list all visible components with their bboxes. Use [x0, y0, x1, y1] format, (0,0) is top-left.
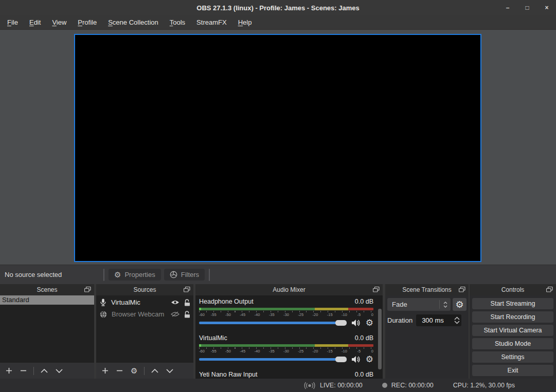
channel-name: Headphone Output — [199, 298, 254, 307]
menu-item[interactable]: File — [2, 15, 24, 30]
meter-scale: -60-55-50-45-40-35-30-25-20-15-10-50 — [199, 311, 373, 316]
sources-dock-title: Sources — [96, 286, 193, 293]
source-row[interactable]: VirtualMic — [96, 296, 193, 308]
mixer-dock-header: Audio Mixer — [195, 284, 383, 295]
status-bar: LIVE: 00:00:00 REC: 00:00:00 CPU: 1.2%, … — [0, 379, 556, 392]
window-title: OBS 27.1.3 (linux) - Profile: James - Sc… — [196, 4, 359, 12]
speaker-icon[interactable] — [351, 319, 361, 327]
audio-mixer-dock: Audio Mixer Headphone Output 0.0 dB -60-… — [195, 284, 383, 379]
spinner-arrows-icon[interactable] — [453, 316, 461, 324]
volume-meter — [199, 344, 373, 347]
close-button[interactable]: × — [543, 4, 551, 11]
cpu-fps-status: CPU: 1.2%, 30.00 fps — [453, 382, 515, 389]
popout-icon[interactable] — [373, 287, 380, 292]
sources-toolbar: ⚙ — [96, 363, 193, 379]
meter-tick-label: -30 — [283, 349, 289, 353]
live-status: LIVE: 00:00:00 — [320, 382, 363, 389]
popout-icon[interactable] — [459, 287, 465, 292]
filters-button[interactable]: Filters — [164, 269, 205, 281]
transition-select[interactable]: Fade — [387, 298, 451, 311]
scenes-toolbar — [0, 363, 94, 379]
preview-canvas[interactable] — [74, 34, 481, 262]
move-source-down-icon[interactable] — [166, 369, 173, 373]
menu-item[interactable]: Scene Collection — [102, 15, 164, 30]
add-source-icon[interactable] — [102, 367, 109, 374]
scenes-dock: Scenes Standard — [0, 284, 94, 379]
visible-eye-icon[interactable] — [171, 300, 180, 305]
source-status-text: No source selected — [0, 271, 101, 278]
meter-tick-label: -45 — [240, 312, 245, 317]
control-button[interactable]: Exit — [472, 365, 553, 376]
popout-icon[interactable] — [546, 287, 553, 292]
controls-dock-header: Controls — [470, 284, 556, 295]
volume-slider[interactable] — [199, 358, 347, 361]
volume-slider-handle[interactable] — [335, 320, 347, 326]
control-button[interactable]: Studio Mode — [472, 338, 553, 349]
move-scene-up-icon[interactable] — [41, 369, 48, 373]
volume-meter — [199, 308, 373, 310]
source-name: Browser Webcam — [112, 310, 166, 318]
toolbar-separator — [103, 269, 104, 281]
control-button[interactable]: Start Virtual Camera — [472, 325, 553, 336]
meter-tick-label: -10 — [342, 312, 347, 317]
scenes-list: Standard — [0, 295, 94, 363]
mixer-scrollbar[interactable] — [378, 309, 382, 369]
duration-value: 300 ms — [416, 316, 453, 324]
rec-status: REC: 00:00:00 — [391, 382, 434, 389]
controls-dock: Controls Start StreamingStart RecordingS… — [470, 284, 556, 379]
meter-tick-label: -60 — [199, 312, 205, 317]
transition-properties-button[interactable]: ⚙ — [453, 298, 467, 311]
speaker-icon[interactable] — [351, 356, 361, 363]
hidden-eye-slash-icon[interactable] — [171, 311, 180, 317]
transition-selected-value: Fade — [387, 301, 439, 308]
menu-item[interactable]: Edit — [24, 15, 46, 30]
popout-icon[interactable] — [184, 287, 190, 292]
volume-slider[interactable] — [199, 322, 347, 324]
control-button[interactable]: Start Streaming — [472, 298, 553, 309]
move-scene-down-icon[interactable] — [56, 369, 63, 373]
source-properties-gear-icon[interactable]: ⚙ — [131, 367, 137, 375]
menu-bar: File Edit View Profile Scene Collection … — [0, 15, 556, 30]
lock-open-icon[interactable] — [184, 311, 190, 318]
transitions-body: Fade ⚙ Duration 300 ms — [385, 295, 469, 379]
toolbar-separator — [144, 367, 145, 375]
move-source-up-icon[interactable] — [151, 369, 158, 373]
meter-tick-label: -25 — [298, 312, 303, 317]
broadcast-icon — [303, 382, 316, 389]
channel-gear-icon[interactable]: ⚙ — [366, 355, 373, 364]
remove-source-icon[interactable] — [116, 367, 123, 374]
source-row[interactable]: Browser Webcam — [96, 308, 193, 320]
menu-item[interactable]: StreamFX — [191, 15, 232, 30]
menu-item[interactable]: View — [46, 15, 72, 30]
chevron-up-down-icon — [439, 300, 451, 309]
meter-tick-label: 0 — [371, 312, 373, 317]
toolbar-separator — [33, 367, 34, 375]
duration-spinbox[interactable]: 300 ms — [416, 314, 461, 326]
minimize-button[interactable]: – — [504, 4, 512, 11]
maximize-button[interactable]: □ — [523, 4, 531, 11]
channel-level: 0.0 dB — [355, 371, 373, 379]
control-button[interactable]: Settings — [472, 351, 553, 363]
sources-list: VirtualMic Browser Webcam — [96, 295, 193, 363]
meter-tick-label: -10 — [342, 349, 347, 353]
menu-item[interactable]: Profile — [72, 15, 102, 30]
properties-button[interactable]: ⚙ Properties — [109, 269, 161, 281]
obs-window: OBS 27.1.3 (linux) - Profile: James - Sc… — [0, 0, 556, 392]
add-scene-icon[interactable] — [6, 367, 12, 374]
meter-tick-label: -5 — [357, 349, 361, 353]
popout-icon[interactable] — [84, 287, 91, 292]
menu-item[interactable]: Tools — [164, 15, 191, 30]
volume-slider-handle[interactable] — [335, 357, 347, 362]
scene-item-selected[interactable]: Standard — [0, 295, 94, 305]
menu-item[interactable]: Help — [232, 15, 258, 30]
channel-level: 0.0 dB — [355, 298, 373, 307]
channel-gear-icon[interactable]: ⚙ — [366, 319, 373, 327]
lock-open-icon[interactable] — [184, 299, 190, 306]
source-toolbar: No source selected ⚙ Properties Filters — [0, 265, 556, 284]
remove-scene-icon[interactable] — [20, 367, 27, 374]
meter-tick-label: -55 — [211, 349, 217, 353]
meter-tick-label: -50 — [225, 349, 231, 353]
meter-tick-label: -20 — [313, 349, 318, 353]
meter-tick-label: -40 — [255, 349, 260, 353]
control-button[interactable]: Start Recording — [472, 311, 553, 323]
